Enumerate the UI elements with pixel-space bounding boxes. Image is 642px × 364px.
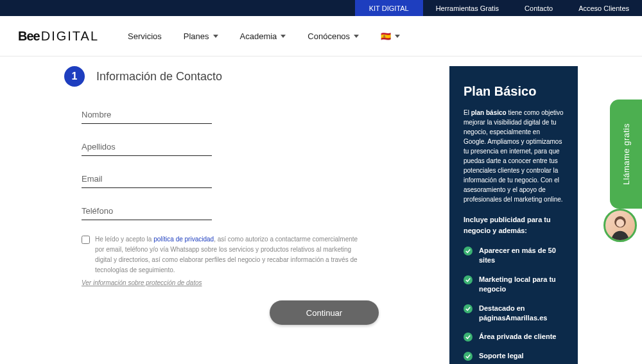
plan-sidebar: Plan Básico El plan básico tiene como ob… xyxy=(449,66,578,364)
plan-description: El plan básico tiene como objetivo mejor… xyxy=(464,108,564,204)
svg-point-1 xyxy=(616,219,624,227)
plan-subhead: Incluye publicidad para tu negocio y ade… xyxy=(464,214,564,236)
kit-digital-link[interactable]: KIT DIGITAL xyxy=(355,0,423,16)
privacy-policy-link[interactable]: política de privacidad xyxy=(153,236,214,243)
apellidos-field[interactable] xyxy=(82,138,212,156)
continue-button[interactable]: Continuar xyxy=(270,300,379,325)
form-fields xyxy=(64,106,212,220)
feature-item: Marketing local para tu negocio xyxy=(464,275,564,295)
nombre-field[interactable] xyxy=(82,106,212,124)
form-column: 1 Información de Contacto He leído y ace… xyxy=(0,66,449,325)
step-title: Información de Contacto xyxy=(96,70,222,83)
person-icon xyxy=(605,209,635,242)
nav-planes[interactable]: Planes xyxy=(184,31,218,41)
feature-item: Soporte legal xyxy=(464,351,564,361)
email-field[interactable] xyxy=(82,170,212,188)
contacto-link[interactable]: Contacto xyxy=(512,4,566,12)
check-icon xyxy=(464,275,473,284)
feature-item: Aparecer en más de 50 sites xyxy=(464,246,564,266)
step-badge: 1 xyxy=(64,66,85,87)
logo-bee: Bee xyxy=(18,29,40,44)
nav-servicios[interactable]: Servicios xyxy=(128,31,162,41)
feature-item: Área privada de cliente xyxy=(464,332,564,342)
feature-item: Destacado en páginasAmarillas.es xyxy=(464,304,564,324)
acceso-clientes-link[interactable]: Acceso Clientes xyxy=(566,4,642,12)
main-nav: Bee DIGITAL Servicios Planes Academia Co… xyxy=(0,16,642,56)
legal-text: He leído y acepto la política de privaci… xyxy=(95,234,366,275)
chevron-down-icon xyxy=(395,35,400,38)
privacy-checkbox[interactable] xyxy=(82,236,90,244)
content: 1 Información de Contacto He leído y ace… xyxy=(0,56,642,325)
step-header: 1 Información de Contacto xyxy=(64,66,449,87)
legal-block: He leído y acepto la política de privaci… xyxy=(64,234,366,288)
call-me-tab[interactable]: Llámame gratis xyxy=(610,100,642,209)
data-protection-info-link[interactable]: Ver información sobre protección de dato… xyxy=(82,279,202,286)
check-icon xyxy=(464,247,473,256)
nav-conocenos[interactable]: Conócenos xyxy=(308,31,359,41)
check-icon xyxy=(464,352,473,361)
nav-items: Servicios Planes Academia Conócenos 🇪🇸 xyxy=(128,31,400,41)
herramientas-link[interactable]: Herramientas Gratis xyxy=(423,4,512,12)
check-icon xyxy=(464,304,473,313)
logo-digital: DIGITAL xyxy=(41,29,99,44)
avatar[interactable] xyxy=(603,209,637,242)
nav-language[interactable]: 🇪🇸 xyxy=(381,31,400,41)
telefono-field[interactable] xyxy=(82,202,212,220)
nav-academia[interactable]: Academia xyxy=(240,31,286,41)
call-me-label: Llámame gratis xyxy=(621,123,631,185)
chevron-down-icon xyxy=(354,35,359,38)
plan-title: Plan Básico xyxy=(464,84,564,99)
check-icon xyxy=(464,333,473,342)
chevron-down-icon xyxy=(213,35,218,38)
logo[interactable]: Bee DIGITAL xyxy=(18,29,99,44)
chevron-down-icon xyxy=(281,35,286,38)
top-bar: KIT DIGITAL Herramientas Gratis Contacto… xyxy=(0,0,642,16)
